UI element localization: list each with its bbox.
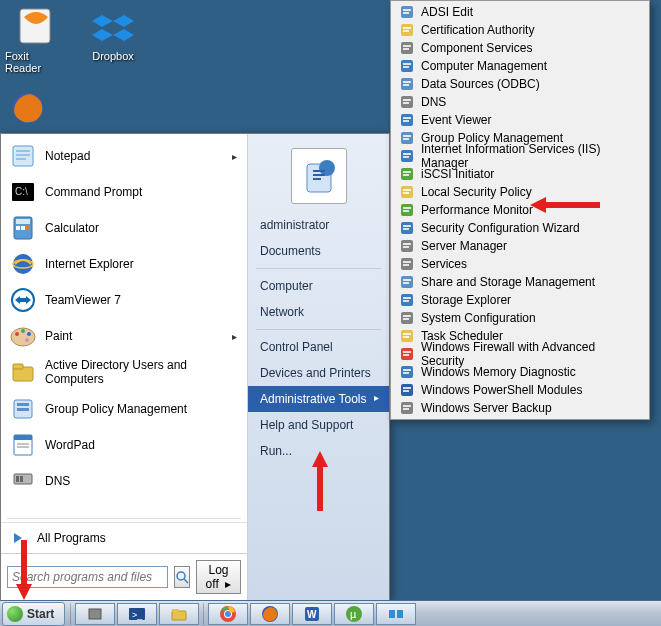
search-input[interactable] (7, 566, 168, 588)
program-wordpad[interactable]: WordPad (3, 427, 245, 463)
program-notepad[interactable]: Notepad ▸ (3, 138, 245, 174)
tool-icon (399, 328, 415, 344)
svg-rect-74 (403, 135, 411, 137)
paint-icon (9, 322, 37, 350)
separator (7, 518, 241, 519)
svg-rect-10 (13, 146, 33, 166)
submenu-item[interactable]: Local Security Policy (393, 183, 647, 201)
taskbar-separator (70, 603, 71, 625)
program-aduc[interactable]: Active Directory Users and Computers (3, 354, 245, 391)
submenu-item[interactable]: Data Sources (ODBC) (393, 75, 647, 93)
svg-rect-75 (403, 138, 409, 140)
svg-rect-35 (17, 403, 29, 406)
tool-icon (399, 130, 415, 146)
submenu-label: Server Manager (421, 239, 507, 253)
program-gpm[interactable]: Group Policy Management (3, 391, 245, 427)
desktop-icon-dropbox[interactable]: Dropbox (83, 5, 143, 74)
svg-rect-135 (397, 610, 403, 618)
firefox-icon[interactable] (10, 90, 50, 130)
submenu-item[interactable]: Performance Monitor (393, 201, 647, 219)
taskbar-separator (203, 603, 204, 625)
submenu-item[interactable]: Component Services (393, 39, 647, 57)
submenu-label: DNS (421, 95, 446, 109)
logoff-button[interactable]: Log off ▸ (196, 560, 241, 594)
right-item-control-panel[interactable]: Control Panel (248, 334, 389, 360)
svg-text:µ: µ (350, 608, 357, 620)
svg-rect-105 (403, 318, 409, 320)
submenu-item[interactable]: ADSI Edit (393, 3, 647, 21)
tool-icon (399, 220, 415, 236)
taskbar-item-firefox[interactable] (250, 603, 290, 625)
foxit-icon (14, 5, 56, 47)
svg-rect-95 (403, 261, 411, 263)
taskbar-item-explorer[interactable] (159, 603, 199, 625)
taskbar-item-server-manager[interactable] (75, 603, 115, 625)
program-cmd[interactable]: C:\ Command Prompt (3, 174, 245, 210)
svg-rect-116 (403, 387, 411, 389)
program-teamviewer[interactable]: TeamViewer 7 (3, 282, 245, 318)
submenu-item[interactable]: Event Viewer (393, 111, 647, 129)
svg-rect-87 (403, 210, 409, 212)
taskbar-item-powershell[interactable]: >_ (117, 603, 157, 625)
svg-rect-114 (403, 372, 409, 374)
submenu-item[interactable]: Certification Authority (393, 21, 647, 39)
submenu-item[interactable]: Security Configuration Wizard (393, 219, 647, 237)
svg-rect-99 (403, 282, 409, 284)
submenu-item[interactable]: Share and Storage Management (393, 273, 647, 291)
svg-rect-107 (403, 333, 411, 335)
submenu-label: Storage Explorer (421, 293, 511, 307)
svg-rect-51 (313, 178, 321, 180)
tool-icon (399, 94, 415, 110)
submenu-item[interactable]: DNS (393, 93, 647, 111)
program-list: Notepad ▸ C:\ Command Prompt Calculator … (1, 134, 247, 515)
submenu-label: Local Security Policy (421, 185, 532, 199)
right-item-network[interactable]: Network (248, 299, 389, 325)
program-calculator[interactable]: Calculator (3, 210, 245, 246)
svg-rect-113 (403, 369, 411, 371)
submenu-item[interactable]: Windows Server Backup (393, 399, 647, 417)
start-button[interactable]: Start (2, 602, 65, 626)
dropbox-icon (92, 5, 134, 47)
search-button[interactable] (174, 566, 190, 588)
cmd-icon: C:\ (9, 178, 37, 206)
program-label: Command Prompt (45, 185, 142, 199)
right-item-run[interactable]: Run... (248, 438, 389, 464)
right-item-devices[interactable]: Devices and Printers (248, 360, 389, 386)
tool-icon (399, 202, 415, 218)
right-item-username[interactable]: administrator (248, 212, 389, 238)
right-item-documents[interactable]: Documents (248, 238, 389, 264)
program-label: TeamViewer 7 (45, 293, 121, 307)
taskbar-item-monitor[interactable] (376, 603, 416, 625)
submenu-item[interactable]: Windows PowerShell Modules (393, 381, 647, 399)
svg-rect-104 (403, 315, 411, 317)
taskbar-item-utorrent[interactable]: µ (334, 603, 374, 625)
program-label: Group Policy Management (45, 402, 187, 416)
program-dns[interactable]: DNS (3, 463, 245, 499)
all-programs[interactable]: All Programs (1, 522, 247, 553)
right-item-help[interactable]: Help and Support (248, 412, 389, 438)
submenu-item[interactable]: Storage Explorer (393, 291, 647, 309)
svg-rect-71 (403, 117, 411, 119)
submenu-item[interactable]: Computer Management (393, 57, 647, 75)
program-paint[interactable]: Paint ▸ (3, 318, 245, 354)
admin-tools-submenu: ADSI EditCertification AuthorityComponen… (390, 0, 650, 420)
submenu-item[interactable]: Internet Information Services (IIS) Mana… (393, 147, 647, 165)
logoff-label: Log off (206, 563, 229, 591)
explorer-icon (170, 605, 188, 623)
taskbar-item-chrome[interactable] (208, 603, 248, 625)
submenu-item[interactable]: Windows Firewall with Advanced Security (393, 345, 647, 363)
right-item-admin-tools[interactable]: Administrative Tools (248, 386, 389, 412)
tool-icon (399, 310, 415, 326)
submenu-item[interactable]: System Configuration (393, 309, 647, 327)
svg-rect-119 (403, 405, 411, 407)
right-item-computer[interactable]: Computer (248, 273, 389, 299)
desktop-icon-foxit[interactable]: Foxit Reader (5, 5, 65, 74)
svg-rect-125 (172, 609, 179, 612)
start-menu-left: Notepad ▸ C:\ Command Prompt Calculator … (1, 134, 248, 600)
svg-rect-81 (403, 174, 409, 176)
program-label: DNS (45, 474, 70, 488)
submenu-item[interactable]: Services (393, 255, 647, 273)
submenu-item[interactable]: Server Manager (393, 237, 647, 255)
taskbar-item-word[interactable]: W (292, 603, 332, 625)
program-ie[interactable]: Internet Explorer (3, 246, 245, 282)
